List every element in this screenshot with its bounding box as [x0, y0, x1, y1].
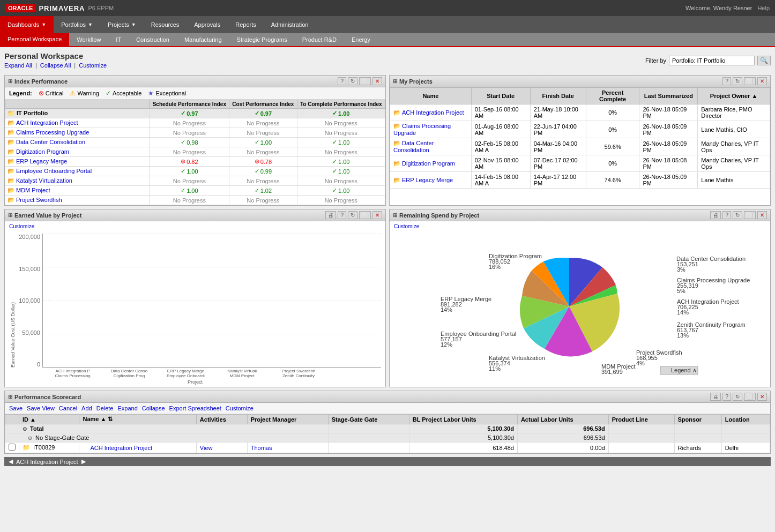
sc-cancel-btn[interactable]: Cancel: [59, 405, 77, 411]
help-btn-sc[interactable]: ?: [722, 393, 731, 401]
customize-link[interactable]: Customize: [79, 62, 107, 69]
my-projects-scroll[interactable]: Name Start Date Finish Date Percent Comp…: [390, 87, 770, 189]
proj-name-mdm[interactable]: MDM Project: [16, 187, 50, 193]
help-btn[interactable]: ?: [338, 77, 346, 85]
close-btn-rs[interactable]: ✕: [757, 211, 767, 219]
help-btn-myproj[interactable]: ?: [722, 77, 731, 85]
sc-add-btn[interactable]: Add: [81, 405, 92, 411]
tab-workflow[interactable]: Workflow: [69, 33, 108, 46]
tab-construction[interactable]: Construction: [129, 33, 177, 46]
close-btn-myproj[interactable]: ✕: [757, 77, 767, 85]
collapse-icon[interactable]: ⊞: [8, 78, 12, 84]
close-btn[interactable]: ✕: [372, 77, 382, 85]
ach-name-link[interactable]: ACH Integration Project: [90, 445, 152, 451]
mp-name-erp[interactable]: 📂ERP Legacy Merge: [390, 172, 472, 189]
expand-all-link[interactable]: Expand All: [4, 62, 32, 69]
ach-view-link[interactable]: View: [200, 445, 213, 451]
proj-name-dig[interactable]: Digitization Program: [16, 148, 69, 155]
th-sc-activities[interactable]: Activities: [196, 415, 247, 424]
proj-name-kv[interactable]: Katalyst Virtualization: [16, 177, 72, 184]
print-btn-ev[interactable]: 🖨: [325, 211, 336, 219]
maximize-btn-sc[interactable]: ⬜: [744, 393, 756, 401]
proj-name-dcc[interactable]: Data Center Consolidation: [16, 139, 85, 145]
close-btn-sc[interactable]: ✕: [757, 393, 767, 401]
nogate-expand[interactable]: ⊖: [28, 435, 32, 441]
th-sc-product-line[interactable]: Product Line: [608, 415, 674, 424]
collapse-icon[interactable]: ⊞: [393, 78, 397, 84]
tab-it[interactable]: IT: [108, 33, 129, 46]
nav-approvals[interactable]: Approvals: [187, 16, 228, 33]
sc-expand-btn[interactable]: Expand: [117, 405, 137, 411]
th-sc-name[interactable]: Name ▲ ⇅: [79, 415, 196, 424]
nav-administration[interactable]: Administration: [264, 16, 316, 33]
tab-manufacturing[interactable]: Manufacturing: [177, 33, 229, 46]
tab-energy[interactable]: Energy: [344, 33, 378, 46]
refresh-btn-sc[interactable]: ↻: [733, 393, 742, 401]
nav-dashboards[interactable]: Dashboards ▼: [0, 16, 54, 33]
collapse-icon[interactable]: ⊞: [8, 394, 12, 400]
maximize-btn[interactable]: ⬜: [359, 77, 371, 85]
mp-name-cpu[interactable]: 📂Claims Processing Upgrade: [390, 121, 472, 138]
bottom-forward-btn[interactable]: ▶: [81, 458, 86, 465]
nav-reports[interactable]: Reports: [228, 16, 264, 33]
tab-product-rd[interactable]: Product R&D: [295, 33, 344, 46]
th-sc-pm[interactable]: Project Manager: [247, 415, 328, 424]
scorecard-table-wrapper[interactable]: ID ▲ Name ▲ ⇅ Activities Project Manager…: [5, 414, 770, 453]
tab-strategic-programs[interactable]: Strategic Programs: [229, 33, 295, 46]
mp-name-ach[interactable]: 📂ACH Integration Project: [390, 104, 472, 121]
sc-save-btn[interactable]: Save: [9, 405, 23, 411]
filter-button[interactable]: 🔍: [757, 56, 771, 65]
total-location: [721, 424, 770, 433]
refresh-btn[interactable]: ↻: [348, 77, 357, 85]
mdm-spi: ✓1.00: [150, 186, 229, 196]
sc-saveview-btn[interactable]: Save View: [27, 405, 55, 411]
nav-portfolios[interactable]: Portfolios ▼: [54, 16, 100, 33]
maximize-btn-myproj[interactable]: ⬜: [744, 77, 756, 85]
help-btn-ev[interactable]: ?: [338, 211, 346, 219]
help-link[interactable]: Help: [757, 5, 770, 11]
label-zenith-pct: 13%: [677, 332, 689, 339]
proj-name-erp[interactable]: ERP Legacy Merge: [16, 158, 67, 164]
th-sc-id[interactable]: ID ▲: [19, 415, 79, 424]
collapse-all-link[interactable]: Collapse All: [40, 62, 71, 69]
help-btn-rs[interactable]: ?: [722, 211, 731, 219]
ach-manager-link[interactable]: Thomas: [251, 445, 272, 451]
maximize-btn-rs[interactable]: ⬜: [744, 211, 756, 219]
sc-export-btn[interactable]: Export Spreadsheet: [169, 405, 221, 411]
proj-name-ach[interactable]: ACH Integration Project: [16, 119, 78, 126]
refresh-btn-myproj[interactable]: ↻: [733, 77, 742, 85]
label-mdm-val: 391,699: [601, 369, 623, 375]
mp-name-dcc[interactable]: 📂Data Center Consolidation: [390, 138, 472, 155]
proj-name-sw[interactable]: Project Swordfish: [16, 197, 62, 203]
th-sc-actual-labor[interactable]: Actual Labor Units: [517, 415, 608, 424]
y-axis-ticks: 200,000 150,000 100,000 50,000 0: [16, 234, 42, 368]
nav-resources[interactable]: Resources: [144, 16, 187, 33]
proj-name-cpu[interactable]: Claims Processing Upgrade: [16, 129, 89, 136]
sc-customize-btn[interactable]: Customize: [226, 405, 254, 411]
total-expand[interactable]: ⊖: [23, 426, 27, 432]
refresh-btn-ev[interactable]: ↻: [348, 211, 357, 219]
mp-name-dig[interactable]: 📂Digitization Program: [390, 155, 472, 172]
th-sc-sponsor[interactable]: Sponsor: [674, 415, 721, 424]
tab-personal-workspace[interactable]: Personal Workspace: [0, 33, 69, 46]
ev-customize-link[interactable]: Customize: [9, 223, 381, 229]
refresh-btn-rs[interactable]: ↻: [733, 211, 742, 219]
proj-name-eop[interactable]: Employee Onboarding Portal: [16, 168, 92, 174]
th-sc-bl-labor[interactable]: BL Project Labor Units: [409, 415, 517, 424]
th-sc-gate[interactable]: Stage-Gate Gate: [328, 415, 409, 424]
maximize-btn-ev[interactable]: ⬜: [359, 211, 371, 219]
nav-projects[interactable]: Projects ▼: [100, 16, 144, 33]
print-btn-rs[interactable]: 🖨: [710, 211, 721, 219]
index-perf-scroll[interactable]: Schedule Performance Index Cost Performa…: [5, 100, 385, 205]
collapse-icon[interactable]: ⊞: [8, 212, 12, 218]
bottom-back-btn[interactable]: ◀: [9, 458, 13, 465]
sc-collapse-btn[interactable]: Collapse: [142, 405, 165, 411]
th-sc-location[interactable]: Location: [721, 415, 770, 424]
sc-delete-btn[interactable]: Delete: [96, 405, 114, 411]
rs-customize-link[interactable]: Customize: [394, 223, 766, 229]
filter-input[interactable]: [669, 56, 755, 65]
ach-checkbox[interactable]: [9, 444, 16, 451]
collapse-icon[interactable]: ⊞: [393, 212, 397, 218]
close-btn-ev[interactable]: ✕: [372, 211, 382, 219]
print-btn-sc[interactable]: 🖨: [710, 393, 721, 401]
